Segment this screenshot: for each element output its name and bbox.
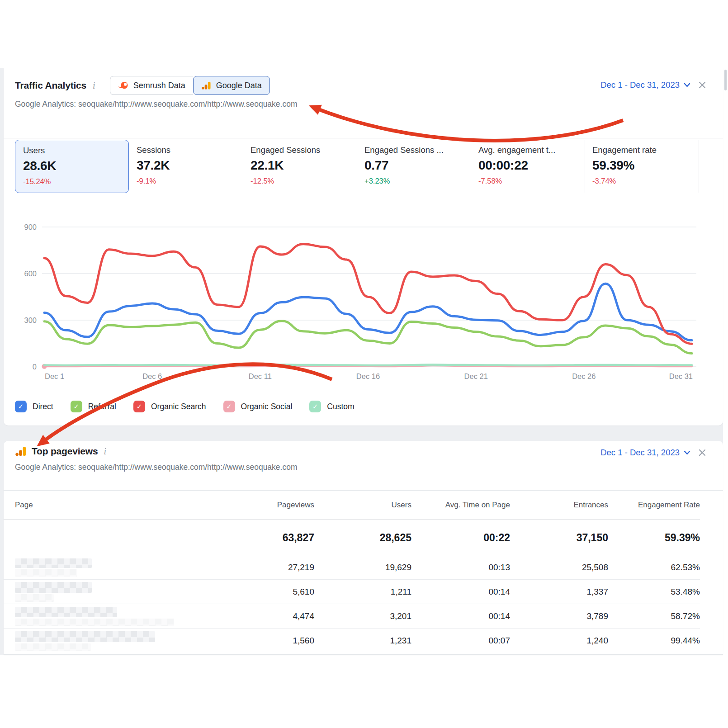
x-axis-tick-label: Dec 31: [669, 372, 693, 380]
data-source-subtitle: Google Analytics: seoquake/http://www.se…: [15, 463, 298, 472]
date-range-picker[interactable]: Dec 1 - Dec 31, 2023: [600, 448, 690, 458]
metric-label: Engaged Sessions: [251, 145, 357, 155]
metric-delta: -12.5%: [251, 177, 357, 185]
toggle-option-google-data[interactable]: Google Data: [193, 76, 270, 95]
cell-page: [15, 558, 179, 577]
table-row: 27,21919,62900:1325,50862.53%: [4, 555, 700, 580]
widget-title: Traffic Analytics: [15, 80, 86, 91]
chart-legend: ✓Direct✓Referral✓Organic Search✓Organic …: [15, 401, 355, 412]
cell-entrances: 1,240: [510, 636, 608, 646]
summary-avg-time: 00:22: [411, 532, 510, 544]
redacted-page-name: [15, 582, 92, 593]
metric-card-engaged-sessions[interactable]: Engaged Sessions ...0.77+3.23%: [357, 139, 471, 194]
cell-avg-time: 00:14: [411, 611, 510, 621]
semrush-logo-icon: [118, 80, 128, 91]
cell-pageviews: 5,610: [179, 587, 314, 597]
column-header-entrances: Entrances: [510, 501, 608, 510]
legend-checkbox-icon[interactable]: ✓: [15, 401, 27, 412]
metric-label: Sessions: [137, 145, 243, 155]
metric-card-users[interactable]: Users28.6K-15.24%: [15, 140, 129, 193]
metric-value: 59.39%: [592, 158, 699, 173]
google-analytics-logo-icon: [201, 80, 211, 90]
legend-label: Organic Search: [151, 402, 206, 411]
metric-label: Engaged Sessions ...: [364, 145, 471, 155]
legend-label: Direct: [33, 402, 53, 411]
summary-users: 28,625: [314, 532, 411, 544]
metric-card-engagement-rate[interactable]: Engagement rate59.39%-3.74%: [585, 139, 699, 194]
cell-pageviews: 27,219: [179, 563, 314, 572]
legend-item-organic-search[interactable]: ✓Organic Search: [133, 401, 206, 412]
divider: [4, 138, 723, 138]
cell-users: 3,201: [314, 611, 411, 621]
metric-value: 0.77: [364, 158, 471, 173]
date-range-picker[interactable]: Dec 1 - Dec 31, 2023: [600, 80, 690, 90]
traffic-channels-line-chart[interactable]: 0300600900Dec 1Dec 6Dec 11Dec 16Dec 21De…: [15, 217, 711, 389]
info-icon[interactable]: i: [103, 446, 107, 457]
table-row: 4,4743,20100:143,78958.72%: [4, 604, 700, 629]
redacted-page-name: [15, 631, 155, 642]
cell-entrances: 1,337: [510, 587, 608, 597]
redacted-page-name: [15, 619, 174, 626]
toggle-option-semrush-data[interactable]: Semrush Data: [110, 76, 193, 95]
redacted-page-name: [15, 607, 117, 617]
traffic-analytics-widget: Traffic Analytics i Semrush Data: [4, 68, 723, 425]
y-axis-tick-label: 0: [33, 363, 37, 371]
legend-checkbox-icon[interactable]: ✓: [133, 401, 145, 412]
x-axis-tick-label: Dec 16: [356, 372, 380, 380]
table-row: 1,5601,23100:071,24099.44%: [4, 629, 700, 653]
summary-pageviews: 63,827: [179, 532, 314, 544]
legend-label: Referral: [88, 402, 116, 411]
column-header-users: Users: [314, 501, 411, 510]
metric-card-avg-engagement-t[interactable]: Avg. engagement t...00:00:22-7.58%: [471, 139, 585, 194]
cell-page: [15, 631, 179, 651]
legend-item-organic-social[interactable]: ✓Organic Social: [223, 401, 293, 412]
data-source-subtitle: Google Analytics: seoquake/http://www.se…: [15, 99, 298, 109]
legend-item-custom[interactable]: ✓Custom: [309, 401, 354, 412]
legend-checkbox-icon[interactable]: ✓: [309, 401, 321, 412]
cell-engagement-rate: 62.53%: [608, 563, 700, 572]
metric-value: 28.6K: [23, 159, 128, 173]
column-header-page: Page: [15, 501, 179, 510]
scrollbar-thumb[interactable]: [724, 70, 727, 90]
legend-checkbox-icon[interactable]: ✓: [223, 401, 235, 412]
column-header-avg-time: Avg. Time on Page: [411, 501, 510, 510]
metric-label: Engagement rate: [592, 145, 699, 155]
data-source-toggle: Semrush Data Google Data: [110, 76, 270, 95]
cell-users: 19,629: [314, 563, 411, 572]
legend-item-referral[interactable]: ✓Referral: [71, 401, 116, 412]
x-axis-tick-label: Dec 21: [464, 372, 488, 380]
close-icon[interactable]: [698, 80, 707, 90]
cell-avg-time: 00:13: [411, 563, 510, 572]
legend-checkbox-icon[interactable]: ✓: [71, 401, 82, 412]
top-pageviews-widget: Top pageviews i Dec 1 - Dec 31, 2023 Goo…: [4, 441, 723, 655]
cell-avg-time: 00:07: [411, 636, 510, 646]
column-header-engagement-rate: Engagement Rate: [608, 501, 700, 510]
cell-page: [15, 607, 179, 626]
x-axis-tick-label: Dec 1: [45, 372, 64, 380]
metric-card-engaged-sessions[interactable]: Engaged Sessions22.1K-12.5%: [243, 139, 357, 194]
redacted-page-name: [15, 558, 92, 568]
table-summary-row: 63,827 28,625 00:22 37,150 59.39%: [4, 520, 700, 555]
metric-label: Avg. engagement t...: [478, 145, 585, 155]
close-icon[interactable]: [698, 448, 707, 457]
metric-delta: -9.1%: [137, 177, 243, 185]
metric-value: 22.1K: [251, 158, 357, 173]
metric-value: 00:00:22: [478, 158, 585, 173]
summary-engagement-rate: 59.39%: [608, 532, 700, 544]
cell-engagement-rate: 58.72%: [608, 611, 700, 621]
metric-delta: -3.74%: [592, 177, 699, 185]
legend-item-direct[interactable]: ✓Direct: [15, 401, 53, 412]
widget-title: Top pageviews: [32, 446, 98, 457]
chevron-down-icon: [684, 450, 690, 455]
column-header-pageviews: Pageviews: [179, 501, 314, 510]
date-range-label: Dec 1 - Dec 31, 2023: [600, 80, 680, 90]
cell-pageviews: 4,474: [179, 611, 314, 621]
metric-cards-row: Users28.6K-15.24%Sessions37.2K-9.1%Engag…: [15, 139, 699, 194]
cell-engagement-rate: 53.48%: [608, 587, 700, 597]
info-icon[interactable]: i: [92, 80, 96, 91]
y-axis-tick-label: 600: [24, 269, 37, 278]
table-row: 5,6101,21100:141,33753.48%: [4, 580, 700, 604]
metric-card-sessions[interactable]: Sessions37.2K-9.1%: [129, 139, 243, 194]
cell-engagement-rate: 99.44%: [608, 636, 700, 646]
date-range-label: Dec 1 - Dec 31, 2023: [600, 448, 680, 458]
